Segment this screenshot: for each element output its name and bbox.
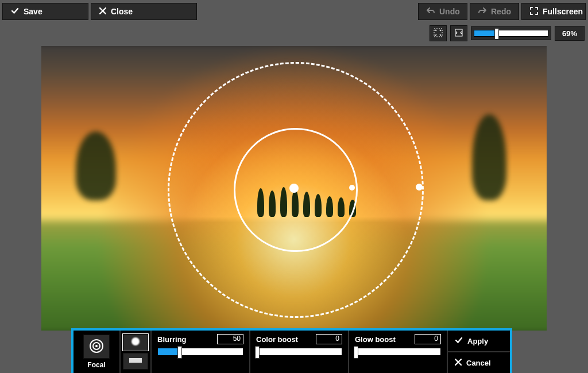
image-canvas[interactable]: [41, 46, 547, 331]
check-icon: [455, 336, 463, 346]
actual-size-icon: [454, 28, 463, 39]
redo-button[interactable]: Redo: [470, 3, 519, 20]
undo-icon: [427, 7, 435, 16]
svg-rect-1: [455, 29, 462, 36]
focal-inner-handle[interactable]: [349, 185, 355, 191]
glow-boost-label: Glow boost: [355, 335, 396, 344]
fullscreen-label: Fullscreen: [543, 7, 583, 16]
color-boost-slider[interactable]: [256, 348, 342, 356]
redo-label: Redo: [491, 7, 511, 16]
apply-label: Apply: [467, 337, 488, 345]
color-boost-label: Color boost: [256, 335, 298, 344]
svg-point-4: [95, 345, 98, 347]
focal-panel: Focal Blurring 50 Color boost 0: [71, 328, 512, 373]
save-button[interactable]: Save: [2, 3, 88, 20]
undo-button[interactable]: Undo: [418, 3, 467, 20]
blurring-thumb[interactable]: [177, 346, 182, 359]
color-boost-value[interactable]: 0: [316, 334, 342, 344]
top-toolbar: Save Close Undo Redo Fullscreen: [2, 2, 586, 21]
glow-boost-slider[interactable]: [355, 348, 441, 356]
toolbar-right-group: Undo Redo Fullscreen: [418, 3, 586, 20]
focal-outer-handle[interactable]: [416, 184, 423, 191]
apply-button[interactable]: Apply: [448, 331, 510, 352]
cancel-label: Cancel: [466, 359, 491, 367]
zoom-value: 69%: [555, 26, 585, 41]
redo-icon: [478, 7, 486, 16]
zoom-bar: 69%: [430, 25, 585, 41]
toolbar-left-group: Save Close: [2, 3, 197, 20]
focal-overlay[interactable]: [41, 46, 547, 331]
param-blurring: Blurring 50: [152, 331, 250, 373]
tool-column: Focal: [74, 331, 121, 373]
blurring-slider[interactable]: [157, 348, 243, 356]
blurring-label: Blurring: [157, 335, 187, 344]
close-label: Close: [111, 7, 133, 16]
focal-shape-column: [121, 331, 152, 373]
actual-size-button[interactable]: [450, 25, 467, 41]
close-button[interactable]: Close: [91, 3, 197, 20]
focal-tool-label: Focal: [87, 361, 105, 369]
zoom-slider[interactable]: [471, 26, 551, 40]
focal-center-handle[interactable]: [289, 184, 299, 193]
undo-label: Undo: [439, 7, 460, 16]
close-icon: [99, 7, 106, 16]
focal-shape-radial[interactable]: [123, 334, 148, 351]
fullscreen-icon: [530, 7, 538, 17]
color-boost-thumb[interactable]: [255, 346, 260, 359]
fit-screen-icon: [434, 28, 443, 39]
fullscreen-button[interactable]: Fullscreen: [521, 3, 586, 20]
glow-boost-thumb[interactable]: [354, 346, 358, 359]
svg-rect-6: [129, 358, 142, 363]
save-label: Save: [24, 7, 42, 16]
focal-target-icon: [88, 338, 105, 356]
close-icon: [455, 359, 462, 367]
param-glow-boost: Glow boost 0: [349, 331, 448, 373]
glow-boost-value[interactable]: 0: [415, 334, 441, 344]
radial-icon: [130, 336, 141, 349]
svg-point-5: [131, 337, 140, 345]
cancel-button[interactable]: Cancel: [448, 352, 510, 373]
action-column: Apply Cancel: [448, 331, 510, 373]
linear-icon: [129, 356, 142, 366]
blurring-value[interactable]: 50: [217, 334, 243, 344]
fit-screen-button[interactable]: [430, 25, 447, 41]
zoom-slider-thumb[interactable]: [494, 28, 499, 40]
check-icon: [11, 7, 19, 17]
param-color-boost: Color boost 0: [250, 331, 349, 373]
focal-tool-icon-wrap[interactable]: [83, 335, 110, 359]
focal-shape-linear[interactable]: [123, 353, 148, 370]
